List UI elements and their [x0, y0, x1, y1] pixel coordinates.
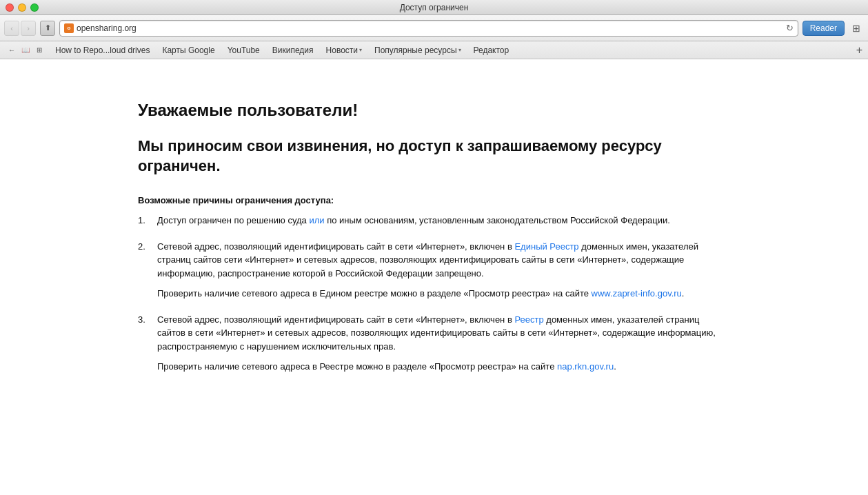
- page-content: Уважаемые пользователи! Мы приносим свои…: [0, 59, 868, 441]
- page-heading1: Уважаемые пользователи!: [138, 101, 730, 120]
- list-1-text-before: Доступ ограничен по решению суда: [157, 215, 309, 225]
- address-bar[interactable]: o opensharing.org ↻: [59, 20, 798, 37]
- list-3-sub-link[interactable]: nap.rkn.gov.ru: [557, 361, 614, 372]
- bookmark-item-maps[interactable]: Карты Google: [157, 44, 220, 57]
- bookmark-item-news[interactable]: Новости ▾: [321, 44, 367, 57]
- list-text-2: Сетевой адрес, позволяющий идентифициров…: [157, 240, 730, 301]
- close-button[interactable]: [6, 3, 14, 12]
- bookmark-item-howto[interactable]: How to Repo...loud drives: [50, 44, 155, 57]
- list-3-text-before: Сетевой адрес, позволяющий идентифициров…: [157, 314, 514, 325]
- bookmark-label-popular: Популярные ресурсы: [374, 46, 456, 55]
- list-number-1: 1.: [138, 214, 152, 228]
- news-dropdown-arrow: ▾: [359, 47, 362, 53]
- back-button[interactable]: ‹: [4, 21, 19, 36]
- bookmark-label-wikipedia: Википедия: [272, 46, 314, 55]
- back-icon: ‹: [10, 24, 13, 32]
- bookmark-label-youtube: YouTube: [228, 46, 260, 55]
- reasons-list: 1. Доступ ограничен по решению суда или …: [138, 214, 730, 374]
- toolbar: ‹ › ⬆ o opensharing.org ↻ Reader ⊞: [0, 15, 868, 41]
- list-item-2: 2. Сетевой адрес, позволяющий идентифици…: [138, 240, 730, 301]
- bookmark-label-news: Новости: [326, 46, 358, 55]
- bookmarks-add-button[interactable]: +: [856, 44, 862, 57]
- share-icon: ⬆: [45, 23, 51, 32]
- sidebar-button[interactable]: ⊞: [849, 21, 864, 36]
- bookmark-item-popular[interactable]: Популярные ресурсы ▾: [369, 44, 466, 57]
- forward-icon: ›: [27, 24, 30, 32]
- fullscreen-button[interactable]: [30, 3, 39, 12]
- bookmark-grid-button[interactable]: ⊞: [33, 44, 46, 57]
- bookmark-back-button[interactable]: ←: [6, 44, 18, 57]
- sidebar-icon: ⊞: [852, 23, 860, 34]
- list-2-sub-paragraph: Проверить наличие сетевого адреса в Един…: [157, 287, 730, 301]
- list-number-3: 3.: [138, 313, 152, 374]
- window-title: Доступ ограничен: [400, 3, 469, 12]
- bookmark-reading-list[interactable]: 📖: [19, 44, 32, 57]
- page-heading2: Мы приносим свои извинения, но доступ к …: [138, 137, 730, 176]
- list-3-sub-paragraph: Проверить наличие сетевого адреса в Реес…: [157, 360, 730, 374]
- list-text-3: Сетевой адрес, позволяющий идентифициров…: [157, 313, 730, 374]
- address-text: opensharing.org: [77, 23, 780, 33]
- bookmark-label-howto: How to Repo...loud drives: [55, 46, 150, 55]
- bookmark-label-maps: Карты Google: [162, 46, 214, 55]
- bookmark-item-wikipedia[interactable]: Википедия: [267, 44, 319, 57]
- nav-buttons: ‹ ›: [4, 21, 36, 36]
- list-item-1: 1. Доступ ограничен по решению суда или …: [138, 214, 730, 228]
- list-number-2: 2.: [138, 240, 152, 301]
- list-text-1: Доступ ограничен по решению суда или по …: [157, 214, 730, 228]
- popular-dropdown-arrow: ▾: [458, 47, 461, 53]
- list-item-3: 3. Сетевой адрес, позволяющий идентифици…: [138, 313, 730, 374]
- title-bar: Доступ ограничен: [0, 0, 868, 15]
- list-3-link-registry[interactable]: Реестр: [514, 314, 543, 325]
- share-button[interactable]: ⬆: [40, 21, 55, 36]
- bookmarks-bar: ← 📖 ⊞ How to Repo...loud drives Карты Go…: [0, 41, 868, 59]
- site-favicon: o: [64, 23, 74, 33]
- bookmark-nav: ← 📖 ⊞: [6, 44, 46, 57]
- list-1-link-ili[interactable]: или: [309, 215, 324, 225]
- minimize-button[interactable]: [18, 3, 26, 12]
- list-1-text-after: по иным основаниям, установленным законо…: [325, 215, 670, 225]
- refresh-button[interactable]: ↻: [786, 23, 794, 33]
- traffic-lights: [6, 3, 39, 12]
- bookmark-item-youtube[interactable]: YouTube: [222, 44, 265, 57]
- section-title: Возможные причины ограничения доступа:: [138, 195, 730, 205]
- bookmark-label-editor: Редактор: [474, 46, 509, 55]
- forward-button[interactable]: ›: [21, 21, 36, 36]
- list-2-sub-link[interactable]: www.zapret-info.gov.ru: [592, 288, 682, 299]
- page-wrapper: Уважаемые пользователи! Мы приносим свои…: [0, 59, 868, 495]
- reader-button[interactable]: Reader: [803, 21, 845, 36]
- list-2-link-registry[interactable]: Единый Реестр: [514, 241, 578, 252]
- bookmark-item-editor[interactable]: Редактор: [468, 44, 515, 57]
- list-2-text-before: Сетевой адрес, позволяющий идентифициров…: [157, 241, 514, 252]
